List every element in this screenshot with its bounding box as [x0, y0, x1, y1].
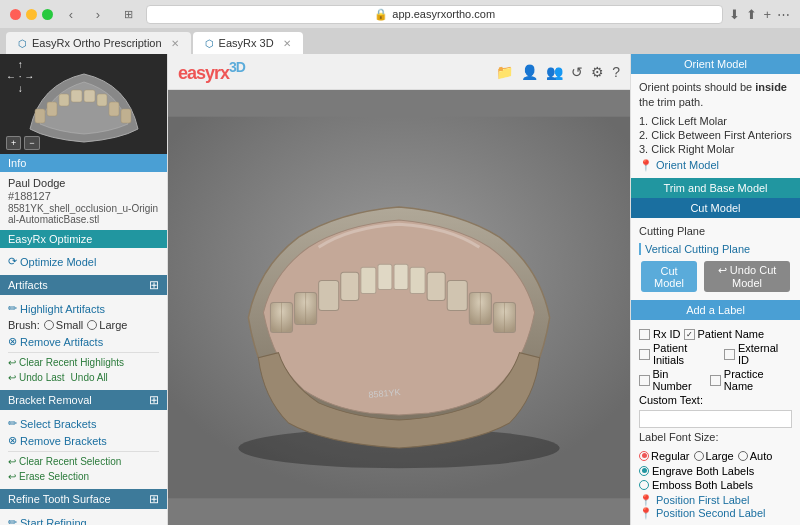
patient-initials-checkbox[interactable] [639, 349, 650, 360]
tab-prescription[interactable]: ⬡ EasyRx Ortho Prescription ✕ [6, 32, 191, 54]
app-body: ↑ ← · → ↓ + − Info Paul Dodge #188127 85… [0, 54, 800, 525]
external-id-checkbox[interactable] [724, 349, 735, 360]
artifacts-header[interactable]: Artifacts ⊞ [0, 275, 167, 295]
font-regular-option[interactable]: Regular [639, 450, 690, 462]
trim-base-header[interactable]: Trim and Base Model [631, 178, 800, 198]
svg-rect-5 [84, 90, 95, 102]
tabs-bar: ⬡ EasyRx Ortho Prescription ✕ ⬡ EasyRx 3… [0, 28, 800, 54]
svg-rect-2 [47, 102, 57, 116]
brush-row: Brush: Small Large [8, 319, 159, 331]
patient-id: #188127 [8, 190, 159, 202]
optimize-model-button[interactable]: ⟳ Optimize Model [8, 253, 159, 270]
font-size-options: Regular Large Auto [639, 450, 792, 462]
highlight-artifacts-button[interactable]: ✏ Highlight Artifacts [8, 300, 159, 317]
artifacts-expand-icon[interactable]: ⊞ [149, 278, 159, 292]
select-brackets-icon: ✏ [8, 417, 17, 430]
svg-rect-17 [361, 267, 376, 293]
font-large-radio [694, 451, 704, 461]
share-icon[interactable]: ⬆ [746, 7, 757, 22]
select-brackets-button[interactable]: ✏ Select Brackets [8, 415, 159, 432]
canvas-viewport[interactable]: 8581YK [168, 90, 630, 525]
patient-name-checkbox[interactable] [684, 329, 695, 340]
position-second-label-link[interactable]: 📍 Position Second Label [639, 507, 792, 520]
refine-expand-icon[interactable]: ⊞ [149, 492, 159, 506]
undo-last-button[interactable]: ↩ Undo Last [8, 370, 65, 385]
position-first-icon: 📍 [639, 494, 653, 507]
add-tab-icon[interactable]: + [763, 7, 771, 22]
bracket-removal-content: ✏ Select Brackets ⊗ Remove Brackets ↩ Cl… [0, 410, 167, 489]
svg-rect-19 [394, 264, 408, 289]
person-icon[interactable]: 👤 [521, 64, 538, 80]
orient-model-link[interactable]: 📍 Orient Model [639, 159, 792, 172]
bin-number-checkbox[interactable] [639, 375, 650, 386]
font-large-option[interactable]: Large [694, 450, 734, 462]
zoom-controls[interactable]: + − [6, 136, 40, 150]
sidebar-toggle[interactable]: ⊞ [116, 5, 140, 23]
undo-last-icon: ↩ [8, 372, 16, 383]
logo-easy: easy [178, 63, 214, 83]
forward-button[interactable]: › [86, 5, 110, 23]
practice-name-checkbox[interactable] [710, 375, 721, 386]
zoom-out-button[interactable]: − [24, 136, 39, 150]
person2-icon[interactable]: 👥 [546, 64, 563, 80]
tab-3d[interactable]: ⬡ EasyRx 3D ✕ [193, 32, 303, 54]
undo-icon: ↩ [718, 264, 727, 276]
orient-pin-icon: 📍 [639, 159, 653, 172]
erase-selection-button[interactable]: ↩ Erase Selection [8, 469, 159, 484]
menu-icon[interactable]: ⋯ [777, 7, 790, 22]
brush-large-radio[interactable]: Large [87, 319, 127, 331]
font-regular-radio [639, 451, 649, 461]
rx-id-checkbox[interactable] [639, 329, 650, 340]
undo-cut-button[interactable]: ↩ Undo Cut Model [704, 261, 790, 292]
info-section-header[interactable]: Info [0, 154, 167, 172]
download-icon[interactable]: ⬇ [729, 7, 740, 22]
brush-small-radio-icon [44, 320, 54, 330]
svg-rect-3 [59, 94, 69, 106]
brush-large-radio-icon [87, 320, 97, 330]
help-icon[interactable]: ? [612, 64, 620, 80]
refresh-icon[interactable]: ↺ [571, 64, 583, 80]
folder-icon[interactable]: 📁 [496, 64, 513, 80]
remove-brackets-button[interactable]: ⊗ Remove Brackets [8, 432, 159, 449]
title-bar: ‹ › ⊞ 🔒 app.easyrxortho.com ⬇ ⬆ + ⋯ [0, 0, 800, 28]
zoom-in-button[interactable]: + [6, 136, 21, 150]
cut-model-button[interactable]: Cut Model [641, 261, 697, 292]
undo-all-button[interactable]: Undo All [71, 370, 108, 385]
maximize-button[interactable] [42, 9, 53, 20]
clear-highlights-icon: ↩ [8, 357, 16, 368]
orient-model-content: Orient points should be inside the trim … [631, 74, 800, 178]
canvas-area: easyrx3D 📁 👤 👥 ↺ ⚙ ? [168, 54, 630, 525]
svg-rect-20 [410, 267, 425, 293]
remove-brackets-icon: ⊗ [8, 434, 17, 447]
refine-tooth-header[interactable]: Refine Tooth Surface ⊞ [0, 489, 167, 509]
add-label-header: Add a Label [631, 300, 800, 320]
engrave-row[interactable]: Engrave Both Labels [639, 465, 792, 477]
vertical-cutting-plane[interactable]: Vertical Cutting Plane [639, 243, 792, 255]
address-bar[interactable]: 🔒 app.easyrxortho.com [146, 5, 723, 24]
start-refining-icon: ✏ [8, 516, 17, 525]
clear-recent-selection-button[interactable]: ↩ Clear Recent Selection [8, 454, 159, 469]
toolbar-icons: 📁 👤 👥 ↺ ⚙ ? [496, 64, 620, 80]
minimize-button[interactable] [26, 9, 37, 20]
svg-rect-7 [109, 102, 119, 116]
bracket-removal-header[interactable]: Bracket Removal ⊞ [0, 390, 167, 410]
patient-file: 8581YK_shell_occlusion_u-Original-Automa… [8, 203, 159, 225]
font-size-label: Label Font Size: [639, 430, 792, 445]
clear-recent-highlights-button[interactable]: ↩ Clear Recent Highlights [8, 355, 159, 370]
position-first-label-link[interactable]: 📍 Position First Label [639, 494, 792, 507]
settings-icon[interactable]: ⚙ [591, 64, 604, 80]
emboss-row[interactable]: Emboss Both Labels [639, 479, 792, 491]
close-button[interactable] [10, 9, 21, 20]
custom-text-input[interactable] [639, 410, 792, 428]
brush-small-radio[interactable]: Small [44, 319, 84, 331]
artifacts-content: ✏ Highlight Artifacts Brush: Small Large… [0, 295, 167, 390]
easyrx-optimize-header[interactable]: EasyRx Optimize [0, 230, 167, 248]
font-auto-option[interactable]: Auto [738, 450, 773, 462]
brush-icon: ✏ [8, 302, 17, 315]
back-button[interactable]: ‹ [59, 5, 83, 23]
remove-artifacts-button[interactable]: ⊗ Remove Artifacts [8, 333, 159, 350]
orient-desc: Orient points should be inside the trim … [639, 80, 792, 111]
start-refining-button[interactable]: ✏ Start Refining [8, 514, 159, 525]
orient-step-1: 1. Click Left Molar [639, 115, 792, 127]
bracket-expand-icon[interactable]: ⊞ [149, 393, 159, 407]
